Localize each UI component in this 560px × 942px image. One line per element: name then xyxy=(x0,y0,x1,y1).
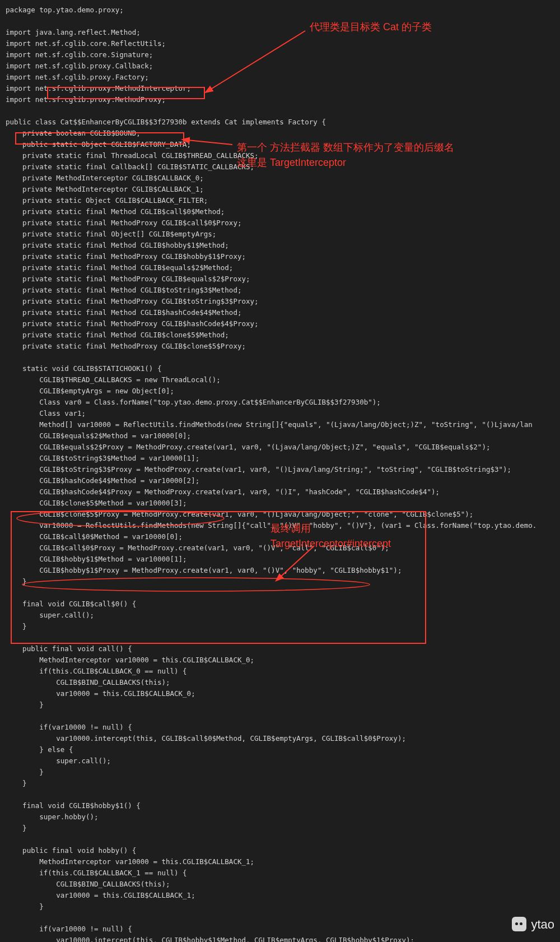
watermark: ytao xyxy=(512,915,554,934)
wechat-icon xyxy=(512,917,526,931)
source-code: package top.ytao.demo.proxy; import java… xyxy=(0,0,560,942)
